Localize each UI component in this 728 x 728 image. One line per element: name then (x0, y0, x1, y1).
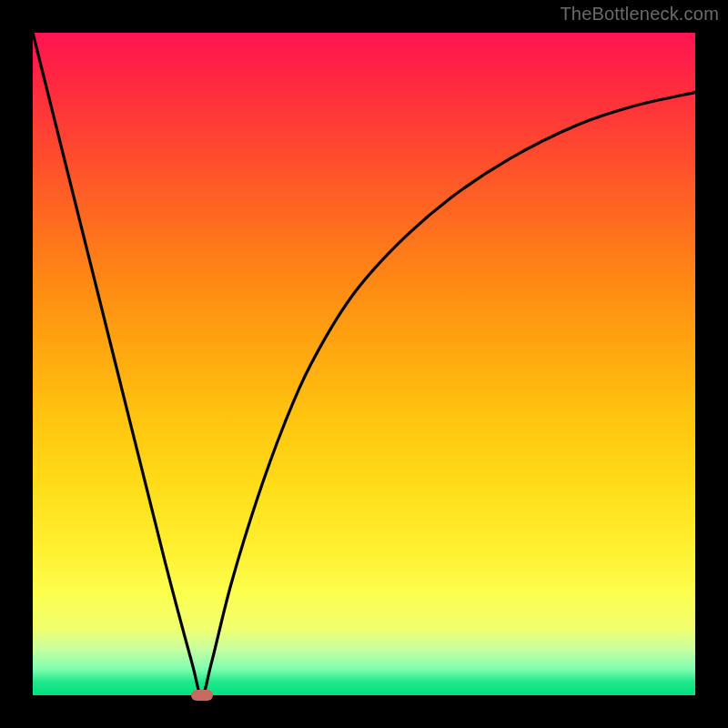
chart-marker (191, 690, 213, 701)
chart-frame: TheBottleneck.com (0, 0, 728, 728)
chart-curve (33, 33, 695, 695)
attribution-text: TheBottleneck.com (560, 4, 719, 25)
chart-plot-area (33, 33, 695, 695)
